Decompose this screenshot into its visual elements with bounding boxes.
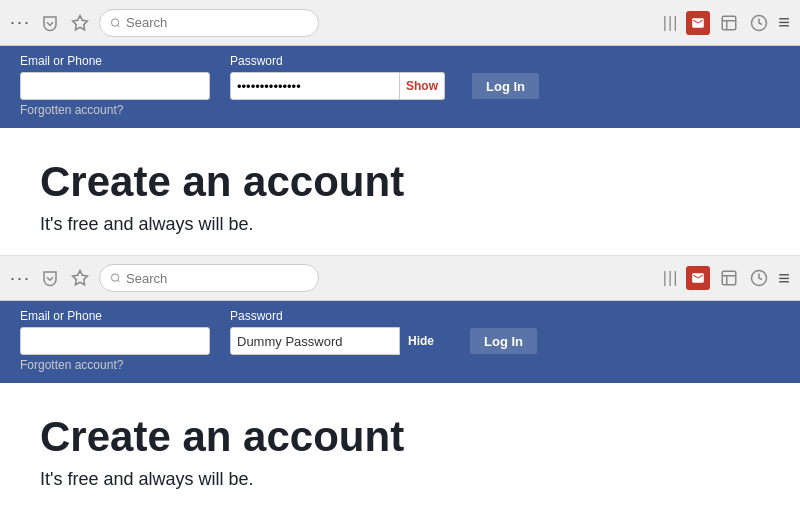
browser-toolbar-1: ··· ||| ≡ [0,0,800,46]
create-account-title-2: Create an account [40,413,760,461]
pocket-icon-1[interactable] [39,12,61,34]
mail-icon-1[interactable] [686,11,710,35]
password-input-1[interactable] [230,72,400,100]
fb-content-2: Create an account It's free and always w… [0,383,800,510]
library-icon-2[interactable]: ||| [663,269,678,287]
password-field-group-1: Password Show [230,54,445,100]
hamburger-icon-2[interactable]: ≡ [778,267,790,290]
sync-icon-1[interactable] [748,12,770,34]
forgot-link-2[interactable]: Forgotten account? [20,358,123,372]
forgot-link-1[interactable]: Forgotten account? [20,103,123,117]
create-account-subtitle-1: It's free and always will be. [40,214,760,235]
search-input-1[interactable] [126,15,308,30]
search-bar-2[interactable] [99,264,319,292]
show-password-button-1[interactable]: Show [400,72,445,100]
search-icon-1 [110,17,121,29]
search-icon-2 [110,272,121,284]
create-account-title-1: Create an account [40,158,760,206]
mail-icon-2[interactable] [686,266,710,290]
pocket-icon-2[interactable] [39,267,61,289]
toolbar-menu-dots-2[interactable]: ··· [10,268,31,289]
login-button-2[interactable]: Log In [469,327,538,355]
star-icon-2[interactable] [69,267,91,289]
browser-toolbar-2: ··· ||| ≡ [0,255,800,301]
reader-icon-2[interactable] [718,267,740,289]
forgot-link-wrap-1: Forgotten account? [20,100,780,118]
fb-header-2: Email or Phone Password Hide Log In Forg… [0,301,800,383]
password-wrap-2: Hide [230,327,443,355]
hamburger-icon-1[interactable]: ≡ [778,11,790,34]
svg-line-2 [118,25,120,27]
email-label-1: Email or Phone [20,54,210,68]
hide-password-button-2[interactable]: Hide [400,327,443,355]
password-wrap-1: Show [230,72,445,100]
svg-point-1 [111,18,118,25]
forgot-link-wrap-2: Forgotten account? [20,355,780,373]
svg-rect-3 [723,16,737,30]
search-input-2[interactable] [126,271,308,286]
library-icon-1[interactable]: ||| [663,14,678,32]
toolbar-right-2: ||| ≡ [663,266,790,290]
star-icon-1[interactable] [69,12,91,34]
search-bar-1[interactable] [99,9,319,37]
svg-marker-0 [73,15,88,29]
password-label-2: Password [230,309,443,323]
svg-line-9 [118,280,120,282]
toolbar-right-1: ||| ≡ [663,11,790,35]
fb-content-1: Create an account It's free and always w… [0,128,800,255]
toolbar-menu-dots-1[interactable]: ··· [10,12,31,33]
password-label-1: Password [230,54,445,68]
fb-header-1: Email or Phone Password Show Log In Forg… [0,46,800,128]
email-input-1[interactable] [20,72,210,100]
password-input-2[interactable] [230,327,400,355]
sync-icon-2[interactable] [748,267,770,289]
svg-rect-10 [723,271,737,285]
email-field-group-2: Email or Phone [20,309,210,355]
fb-header-top-2: Email or Phone Password Hide Log In [20,309,780,355]
fb-header-top-1: Email or Phone Password Show Log In [20,54,780,100]
email-field-group-1: Email or Phone [20,54,210,100]
reader-icon-1[interactable] [718,12,740,34]
login-button-1[interactable]: Log In [471,72,540,100]
password-field-group-2: Password Hide [230,309,443,355]
svg-marker-7 [73,271,88,285]
email-input-2[interactable] [20,327,210,355]
email-label-2: Email or Phone [20,309,210,323]
svg-point-8 [111,274,118,281]
create-account-subtitle-2: It's free and always will be. [40,469,760,490]
